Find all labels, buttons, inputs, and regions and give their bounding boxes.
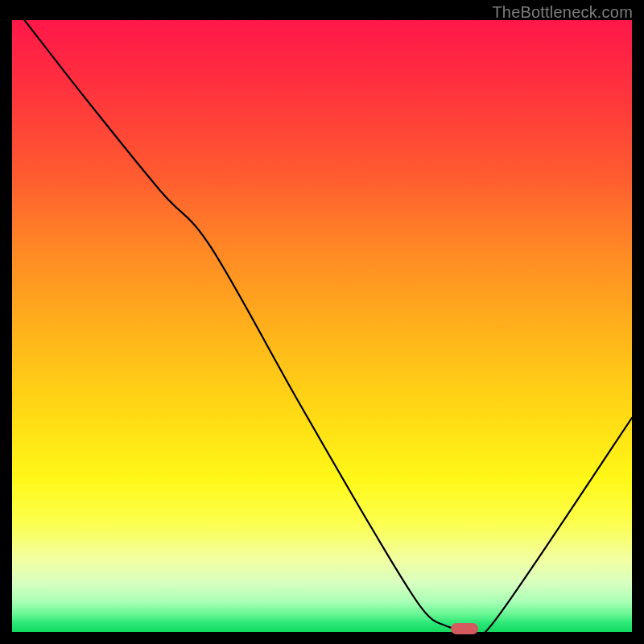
optimum-marker (451, 623, 478, 634)
curve-svg (12, 20, 632, 632)
plot-area (12, 20, 632, 632)
watermark-text: TheBottleneck.com (492, 3, 633, 22)
bottleneck-curve (24, 20, 632, 632)
chart-frame: TheBottleneck.com (0, 0, 644, 644)
